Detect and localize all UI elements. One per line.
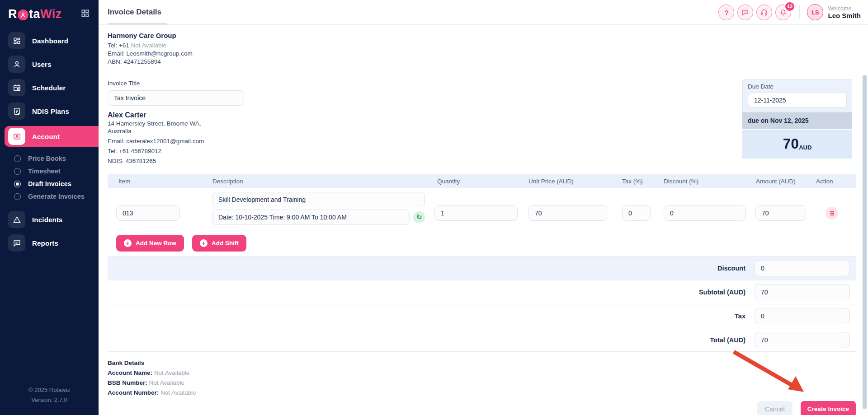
discount-total-input[interactable]	[755, 260, 850, 276]
reports-icon	[8, 234, 25, 252]
logo-person-icon	[18, 9, 28, 20]
quantity-input[interactable]	[434, 205, 518, 221]
radio-selected-icon	[14, 181, 21, 187]
account-submenu: Price Books Timesheet Draft Invoices Gen…	[0, 152, 99, 203]
welcome-block: Welcome, Leo Smith	[828, 5, 861, 19]
shift-datetime-input[interactable]	[212, 210, 410, 225]
version-text: Version: 2.7.0	[0, 395, 99, 405]
submenu-item-generate-invoices[interactable]: Generate Invoices	[0, 190, 99, 203]
subtotal-row: Subtotal (AUD)	[108, 280, 856, 304]
account-icon	[8, 128, 25, 145]
dashboard-icon	[8, 32, 25, 49]
sidebar: RtaWiz Dashboard Users Scheduler NDIS Pl…	[0, 0, 99, 415]
add-new-row-button[interactable]: + Add New Row	[116, 235, 184, 252]
col-header-action: Action	[808, 178, 856, 185]
sidebar-item-dashboard[interactable]: Dashboard	[8, 32, 99, 49]
bank-details: Bank Details Account Name: Not Available…	[108, 358, 856, 398]
add-shift-button[interactable]: + Add Shift	[192, 235, 246, 252]
submenu-item-timesheet[interactable]: Timesheet	[0, 165, 99, 177]
amount-input[interactable]	[755, 205, 806, 221]
due-date-field: Due Date	[742, 79, 852, 112]
notification-badge: 12	[784, 1, 795, 12]
help-button[interactable]: ?	[718, 5, 734, 20]
invoice-items-table: Item Description Quantity Unit Price (AU…	[108, 174, 856, 230]
col-header-tax: Tax (%)	[613, 178, 653, 185]
page-title: Invoice Details	[108, 8, 161, 17]
bank-account-number: Account Number: Not Available	[108, 388, 856, 398]
due-date-input[interactable]	[748, 93, 847, 107]
welcome-text: Welcome,	[828, 5, 861, 12]
reset-shift-button[interactable]: ↻	[413, 211, 425, 223]
refresh-icon: ↻	[416, 213, 422, 221]
footer-actions: Cancel Create Invoice	[108, 401, 856, 415]
table-header-row: Item Description Quantity Unit Price (AU…	[108, 174, 856, 188]
company-block: Harmony Care Group Tel: +61 Not Availabl…	[108, 32, 856, 66]
subtotal-input[interactable]	[755, 284, 850, 300]
tax-total-label: Tax	[735, 312, 745, 320]
sidebar-item-users[interactable]: Users	[8, 56, 99, 73]
col-header-item: Item	[108, 178, 206, 185]
sidebar-item-ndis-plans[interactable]: NDIS Plans	[8, 103, 99, 120]
due-date-label: Due Date	[748, 83, 847, 90]
invoice-details-content: Harmony Care Group Tel: +61 Not Availabl…	[99, 25, 868, 415]
tax-total-input[interactable]	[755, 308, 850, 324]
sidebar-item-scheduler[interactable]: Scheduler	[8, 79, 99, 96]
grand-total-label: Total (AUD)	[710, 336, 745, 344]
title-underline	[108, 23, 167, 24]
bank-details-title: Bank Details	[108, 358, 856, 368]
delete-row-button[interactable]	[826, 207, 838, 219]
chat-button[interactable]	[737, 5, 753, 20]
unit-price-input[interactable]	[528, 205, 607, 221]
chat-icon	[741, 9, 749, 16]
vertical-scrollbar[interactable]	[863, 75, 867, 409]
radio-icon	[14, 155, 21, 162]
submenu-item-price-books[interactable]: Price Books	[0, 152, 99, 165]
discount-total-label: Discount	[717, 265, 745, 272]
tax-input[interactable]	[622, 205, 651, 221]
description-input[interactable]	[212, 192, 425, 207]
copyright-text: © 2025 Rotawiz	[0, 385, 99, 395]
app-root: RtaWiz Dashboard Users Scheduler NDIS Pl…	[0, 0, 868, 415]
item-code-input[interactable]	[116, 205, 180, 221]
invoice-title-input[interactable]	[108, 90, 244, 106]
sidebar-item-reports[interactable]: Reports	[8, 234, 99, 252]
totals-section: Discount Subtotal (AUD) Tax Total (AUD)	[108, 256, 856, 352]
sidebar-collapse-icon[interactable]	[81, 9, 90, 19]
help-icon: ?	[724, 9, 728, 16]
plus-icon: +	[200, 239, 208, 247]
discount-input[interactable]	[664, 205, 746, 221]
logo-text-ta: ta	[29, 7, 40, 21]
radio-icon	[14, 168, 21, 175]
col-header-discount: Discount (%)	[653, 178, 750, 185]
notifications-button[interactable]: 12	[775, 5, 791, 20]
grand-total-row: Total (AUD)	[108, 328, 856, 352]
bank-bsb-number: BSB Number: Not Available	[108, 378, 856, 388]
support-button[interactable]	[756, 5, 772, 20]
bank-account-name: Account Name: Not Available	[108, 368, 856, 378]
subtotal-label: Subtotal (AUD)	[699, 289, 745, 296]
due-date-panel: Due Date due on Nov 12, 2025 70 AUD	[742, 79, 852, 159]
logo-text-r: R	[8, 7, 17, 21]
table-row: ↻	[108, 188, 856, 230]
submenu-item-draft-invoices[interactable]: Draft Invoices	[0, 177, 99, 190]
scheduler-icon	[8, 79, 25, 96]
company-email: Email: Leosmith@hcgroup.com	[108, 50, 856, 58]
sidebar-item-account[interactable]: Account	[5, 126, 99, 147]
plus-icon: +	[124, 239, 132, 247]
create-invoice-button[interactable]: Create Invoice	[801, 401, 856, 415]
sidebar-item-incidents[interactable]: Incidents	[8, 211, 99, 228]
due-amount-currency: AUD	[799, 144, 811, 151]
cancel-button[interactable]: Cancel	[757, 401, 793, 415]
discount-total-row: Discount	[108, 256, 856, 280]
col-header-amount: Amount (AUD)	[750, 178, 808, 185]
incidents-icon	[8, 211, 25, 228]
logo-text-wiz: Wiz	[40, 7, 62, 21]
due-amount: 70 AUD	[742, 130, 852, 159]
avatar[interactable]: LS	[807, 4, 823, 20]
grand-total-input[interactable]	[755, 332, 850, 348]
company-tel: Tel: +61 Not Available	[108, 42, 856, 50]
users-icon	[8, 56, 25, 73]
add-buttons-bar: + Add New Row + Add Shift	[108, 230, 856, 256]
company-abn: ABN: 42471255894	[108, 58, 856, 66]
trash-icon	[829, 210, 835, 216]
